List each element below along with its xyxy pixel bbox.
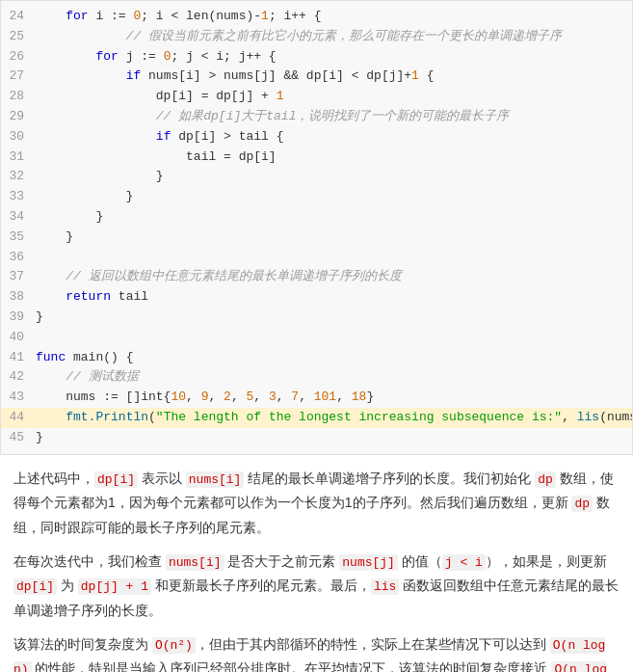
line-code: if dp[i] > tail { [36,127,624,148]
line-code: } [36,207,624,228]
line-code: // 如果dp[i]大于tail，说明找到了一个新的可能的最长子序 [36,107,624,127]
line-code: fmt.Println("The length of the longest i… [36,408,633,428]
code-line: 44 fmt.Println("The length of the longes… [1,408,632,428]
code-line: 41func main() { [1,348,632,368]
line-number: 35 [1,228,36,248]
line-number: 24 [1,7,36,27]
line-number: 33 [1,187,36,207]
description-paragraph-1: 上述代码中，dp[i] 表示以 nums[i] 结尾的最长单调递增子序列的长度。… [13,467,620,540]
line-code: if nums[i] > nums[j] && dp[i] < dp[j]+1 … [36,67,624,87]
code-line: 36 [1,248,632,268]
description-paragraph-2: 在每次迭代中，我们检查 nums[i] 是否大于之前元素 nums[j] 的值（… [13,550,620,623]
line-number: 40 [1,328,36,348]
line-number: 29 [1,107,36,127]
line-number: 37 [1,267,36,287]
code-line: 43 nums := []int{10, 9, 2, 5, 3, 7, 101,… [1,388,632,408]
code-line: 24 for i := 0; i < len(nums)-1; i++ { [1,7,632,27]
line-number: 27 [1,67,36,87]
line-number: 43 [1,388,36,408]
line-code: func main() { [36,348,624,368]
code-line: 42 // 测试数据 [1,367,632,388]
code-line: 25 // 假设当前元素之前有比它小的元素，那么可能存在一个更长的单调递增子序 [1,27,632,47]
line-number: 28 [1,87,36,107]
line-code: } [36,167,624,187]
line-number: 39 [1,308,36,328]
code-line: 28 dp[i] = dp[j] + 1 [1,87,632,107]
code-line: 34 } [1,207,632,228]
code-line: 39} [1,308,632,328]
description-paragraph-3: 该算法的时间复杂度为 O(n²)，但由于其内部循环的特性，实际上在某些情况下可以… [13,632,620,672]
code-line: 37 // 返回以数组中任意元素结尾的最长单调递增子序列的长度 [1,267,632,287]
code-line: 30 if dp[i] > tail { [1,127,632,148]
line-code: for j := 0; j < i; j++ { [36,47,624,67]
line-number: 31 [1,148,36,168]
code-line: 32 } [1,167,632,187]
line-code: nums := []int{10, 9, 2, 5, 3, 7, 101, 18… [36,388,624,408]
line-number: 38 [1,287,36,308]
line-number: 45 [1,428,36,448]
line-code: return tail [36,287,624,308]
line-code: tail = dp[i] [36,148,624,168]
line-number: 34 [1,207,36,228]
line-number: 30 [1,127,36,148]
code-line: 35 } [1,228,632,248]
line-number: 36 [1,248,36,268]
line-number: 26 [1,47,36,67]
code-line: 31 tail = dp[i] [1,148,632,168]
line-number: 42 [1,367,36,388]
line-code: for i := 0; i < len(nums)-1; i++ { [36,7,624,27]
line-number: 41 [1,348,36,368]
line-number: 32 [1,167,36,187]
line-code: // 测试数据 [36,367,624,388]
line-code: } [36,187,624,207]
code-line: 27 if nums[i] > nums[j] && dp[i] < dp[j]… [1,67,632,87]
text-content: 上述代码中，dp[i] 表示以 nums[i] 结尾的最长单调递增子序列的长度。… [0,455,633,672]
code-block: 24 for i := 0; i < len(nums)-1; i++ {25 … [0,0,633,455]
code-line: 29 // 如果dp[i]大于tail，说明找到了一个新的可能的最长子序 [1,107,632,127]
line-number: 44 [1,408,36,428]
line-code: } [36,428,624,448]
code-line: 38 return tail [1,287,632,308]
line-number: 25 [1,27,36,47]
line-code: dp[i] = dp[j] + 1 [36,87,624,107]
line-code: // 返回以数组中任意元素结尾的最长单调递增子序列的长度 [36,267,624,287]
code-line: 33 } [1,187,632,207]
line-code: } [36,228,624,248]
code-line: 40 [1,328,632,348]
line-code: // 假设当前元素之前有比它小的元素，那么可能存在一个更长的单调递增子序 [36,27,624,47]
code-line: 45} [1,428,632,448]
code-line: 26 for j := 0; j < i; j++ { [1,47,632,67]
line-code: } [36,308,624,328]
